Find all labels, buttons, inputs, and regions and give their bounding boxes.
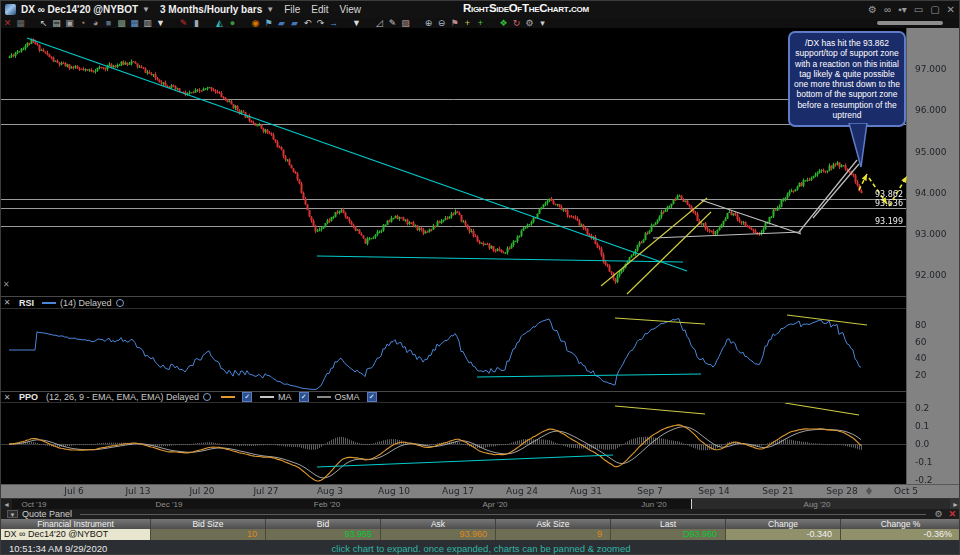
- marker-flag-icon[interactable]: ⚑: [448, 18, 461, 28]
- quote-col-header[interactable]: Change %: [841, 519, 960, 529]
- timeline-scrollbar[interactable]: ◄ ► Oct '19Dec '19Feb '20Apr '20Jun '20A…: [1, 498, 960, 509]
- ma-checkbox[interactable]: ✓: [299, 392, 309, 402]
- pin-icon[interactable]: ▪▾: [898, 1, 907, 18]
- panel1-icon[interactable]: ▰: [275, 18, 288, 28]
- crosshair1-icon[interactable]: +: [461, 18, 474, 28]
- symbol-caret-icon[interactable]: ▼: [142, 5, 150, 14]
- restore-icon[interactable]: ▢: [930, 1, 939, 18]
- quote-col-header[interactable]: Ask: [381, 519, 496, 529]
- target-icon[interactable]: ◉: [249, 18, 262, 28]
- quote-cell[interactable]: 9: [496, 529, 611, 540]
- flag-icon[interactable]: ⚑: [262, 18, 275, 28]
- rsi-close-icon[interactable]: ✕: [1, 298, 13, 307]
- window-controls: ⚙∞▪▾▭▢✕: [868, 1, 955, 18]
- cursor-icon[interactable]: ↖: [37, 18, 50, 28]
- title-bar: DX ∞ Dec14'20 @NYBOT ▼ 3 Months/Hourly b…: [1, 1, 959, 18]
- refresh-icon[interactable]: ↻: [510, 18, 523, 28]
- tools-icon[interactable]: ⚙: [523, 18, 536, 28]
- annotation-callout[interactable]: /DX has hit the 93.862 support/top of su…: [788, 31, 906, 127]
- ppo-legend: (12, 26, 9 - EMA, EMA, EMA) Delayed: [46, 392, 199, 402]
- angle-icon[interactable]: ◿: [373, 18, 386, 28]
- quote-col-header[interactable]: Ask Size: [496, 519, 611, 529]
- save-icon[interactable]: ■: [102, 18, 115, 28]
- quote-cell[interactable]: D93.960: [611, 529, 726, 540]
- pie-icon[interactable]: ◔: [76, 18, 89, 28]
- quote-col-header[interactable]: Bid Size: [151, 519, 266, 529]
- callout-tail: [846, 123, 872, 169]
- panel2-icon[interactable]: ▰: [288, 18, 301, 28]
- ppo-close-icon[interactable]: ✕: [1, 393, 13, 402]
- zoom-out-icon[interactable]: ⊖: [435, 18, 448, 28]
- menu-file[interactable]: File: [284, 4, 300, 15]
- quote-cell[interactable]: 10: [151, 529, 266, 540]
- donut-icon[interactable]: ◕: [89, 18, 102, 28]
- pencil-icon[interactable]: ✎: [386, 18, 399, 28]
- timeframe-selector[interactable]: 3 Months/Hourly bars: [160, 4, 262, 15]
- hint-text: click chart to expand. once expanded, ch…: [1, 543, 960, 554]
- grid-blue-icon[interactable]: ▦: [128, 18, 141, 28]
- redo-icon[interactable]: ↷: [314, 18, 327, 28]
- timeline-label: Oct '19: [12, 500, 56, 509]
- dropdown1-icon[interactable]: ▼: [154, 18, 167, 28]
- ma-label: MA: [278, 392, 292, 402]
- quote-table-icon[interactable]: ▤: [50, 18, 63, 28]
- clear-icon[interactable]: ✕: [1, 18, 14, 28]
- grid-dots-icon[interactable]: ▦: [14, 18, 27, 28]
- dropdown2-icon[interactable]: ▼: [350, 18, 363, 28]
- close-icon[interactable]: ✕: [947, 1, 955, 18]
- layout-icon[interactable]: ▥: [141, 18, 154, 28]
- minimize-icon[interactable]: ▭: [914, 1, 923, 18]
- quote-col-header[interactable]: Bid: [266, 519, 381, 529]
- quote-panel-header: ▼ Quote Panel ⚙ ✕: [1, 509, 960, 519]
- symbol-selector[interactable]: DX ∞ Dec14'20 @NYBOT: [21, 4, 138, 15]
- osma-checkbox[interactable]: ✓: [367, 392, 377, 402]
- quote-col-header[interactable]: Last: [611, 519, 726, 529]
- ppo-line-sample: [221, 396, 235, 398]
- osma-line-sample: [317, 396, 331, 398]
- undo-icon[interactable]: ↶: [301, 18, 314, 28]
- dropdown3-icon[interactable]: ▾: [536, 18, 549, 28]
- main-panel-close-icon[interactable]: ✕: [3, 280, 10, 289]
- chart-bars-icon[interactable]: ▮: [190, 18, 203, 28]
- shapes-icon[interactable]: ❖: [497, 18, 510, 28]
- timeline-label: Jun '20: [632, 500, 676, 509]
- delayed-clock-icon: [116, 299, 124, 307]
- osma-label: OsMA: [335, 392, 360, 402]
- image-icon[interactable]: ▩: [115, 18, 128, 28]
- quote-cell[interactable]: -0.36%: [841, 529, 960, 540]
- ppo-checkbox[interactable]: ✓: [242, 392, 252, 402]
- brush-icon[interactable]: ▨: [399, 18, 412, 28]
- quote-cell[interactable]: -0.340: [726, 529, 841, 540]
- timeline-label: Apr '20: [473, 500, 517, 509]
- chart-region[interactable]: ✕ ✕ RSI (14) Delayed ✕ PPO (12, 26, 9 - …: [1, 28, 960, 498]
- menu-view[interactable]: View: [340, 4, 362, 15]
- copy-window-icon[interactable]: ▣: [63, 18, 76, 28]
- annotate-pen-icon[interactable]: ✎: [177, 18, 190, 28]
- ppo-panel-header: ✕ PPO (12, 26, 9 - EMA, EMA, EMA) Delaye…: [1, 391, 906, 403]
- zoom-in-icon[interactable]: ⊕: [422, 18, 435, 28]
- quote-collapse-icon[interactable]: ▼: [7, 510, 18, 518]
- timeframe-caret-icon[interactable]: ▼: [266, 5, 274, 14]
- timeline-label: Feb '20: [305, 500, 349, 509]
- crosshair2-icon[interactable]: +: [474, 18, 487, 28]
- quote-cell[interactable]: 93.955: [266, 529, 381, 540]
- globe-icon[interactable]: ●: [226, 18, 239, 28]
- link-icon[interactable]: ∞: [884, 1, 891, 18]
- quote-settings-icon[interactable]: ⚙: [934, 509, 942, 519]
- quote-row[interactable]: DX ∞ Dec14'20 @NYBOT1093.95593.9609D93.9…: [1, 529, 960, 540]
- toolbar-scrollbar[interactable]: [877, 21, 943, 25]
- quote-col-header[interactable]: Change: [726, 519, 841, 529]
- mountain-icon[interactable]: ◭: [213, 18, 226, 28]
- quote-cell[interactable]: DX ∞ Dec14'20 @NYBOT: [1, 529, 151, 540]
- status-bar: 10:51:34 AM 9/29/2020 click chart to exp…: [1, 540, 960, 555]
- divider: [80, 514, 926, 515]
- forward-icon[interactable]: →: [327, 18, 340, 28]
- quote-col-header[interactable]: Financial Instrument: [1, 519, 151, 529]
- quote-cell[interactable]: 93.960: [381, 529, 496, 540]
- menu-edit[interactable]: Edit: [311, 4, 328, 15]
- ppo-title: PPO: [19, 392, 38, 402]
- settings-icon[interactable]: ⚙: [868, 1, 877, 18]
- quote-close-icon[interactable]: ✕: [948, 509, 956, 519]
- rsi-legend: (14) Delayed: [60, 298, 112, 308]
- timeline-label: Aug '20: [795, 500, 839, 509]
